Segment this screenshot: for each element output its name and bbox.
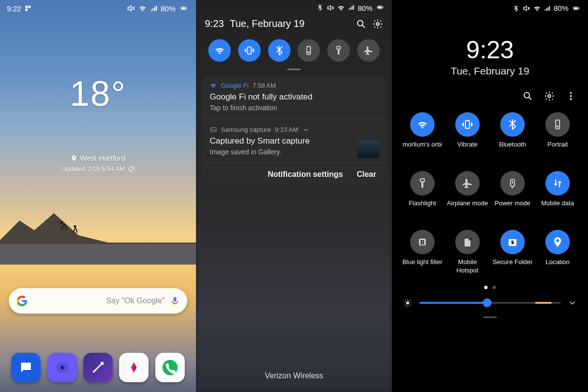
- notification-settings-button[interactable]: Notification settings: [268, 170, 343, 179]
- portrait-icon: [552, 119, 564, 130]
- vibrate-toggle[interactable]: [455, 112, 480, 137]
- tile-hotspot[interactable]: Mobile Hotspot: [447, 230, 488, 275]
- tile-label: Mobile data: [541, 199, 574, 216]
- bluelight-icon: [416, 236, 428, 248]
- tile-vibrate[interactable]: Vibrate: [447, 112, 488, 157]
- quick-toggle-row: [196, 36, 392, 69]
- flashlight-icon: [333, 45, 344, 56]
- power-icon: [507, 177, 518, 189]
- signal-icon: [348, 4, 355, 11]
- clear-button[interactable]: Clear: [357, 170, 376, 179]
- qs-wifi[interactable]: [208, 39, 231, 62]
- tile-airplane[interactable]: Airplane mode: [447, 171, 488, 216]
- header-time: 9:23: [205, 18, 224, 29]
- notif-title: Captured by Smart capture: [210, 136, 378, 146]
- bluetooth-toggle[interactable]: [500, 112, 525, 137]
- bluelight-toggle[interactable]: [410, 230, 435, 254]
- more-icon[interactable]: [565, 91, 576, 101]
- location-icon: [552, 236, 564, 248]
- wifi-icon: [138, 4, 147, 13]
- app-name: Samsung capture: [221, 126, 271, 133]
- page-dot-1: [484, 286, 488, 289]
- qs-rotation[interactable]: [297, 39, 320, 62]
- tile-label: Secure Folder: [492, 258, 533, 275]
- tile-secure[interactable]: Secure Folder: [492, 230, 533, 275]
- airplane-icon: [462, 177, 473, 189]
- app-galaxy[interactable]: [83, 353, 113, 382]
- portrait-toggle[interactable]: [545, 112, 570, 137]
- airplane-toggle[interactable]: [455, 171, 480, 196]
- tile-label: Portrait: [547, 141, 568, 157]
- location-name: West Hartford: [80, 154, 125, 162]
- mute-icon: [326, 4, 334, 12]
- app-messages[interactable]: [11, 353, 41, 382]
- svg-rect-22: [28, 6, 31, 8]
- qs-bluetooth[interactable]: [268, 39, 291, 62]
- page-indicator[interactable]: [392, 286, 588, 289]
- tile-mobiledata[interactable]: Mobile data: [537, 171, 578, 216]
- flashlight-toggle[interactable]: [410, 171, 435, 196]
- search-icon[interactable]: [522, 91, 533, 101]
- qs-tile-grid: morlium's orbi Vibrate Bluetooth Portrai…: [392, 104, 588, 279]
- qs-flashlight[interactable]: [327, 39, 350, 62]
- app-browser[interactable]: [48, 353, 77, 382]
- flashlight-icon: [416, 177, 428, 189]
- wifi-toggle[interactable]: [410, 112, 435, 137]
- brightness-slider[interactable]: [419, 302, 561, 304]
- gear-icon[interactable]: [544, 91, 555, 101]
- signal-icon: [544, 5, 551, 12]
- battery-pct: 80%: [358, 4, 372, 12]
- google-search-bar[interactable]: Say "Ok Google": [9, 288, 187, 314]
- secure-toggle[interactable]: [500, 230, 525, 254]
- mic-icon[interactable]: [170, 295, 180, 306]
- tile-location[interactable]: Location: [537, 230, 578, 275]
- battery-icon: [178, 5, 189, 12]
- tile-flashlight[interactable]: Flashlight: [402, 171, 443, 216]
- qs-vibrate[interactable]: [238, 39, 261, 62]
- chevron-down-icon[interactable]: [302, 126, 309, 133]
- tile-bluetooth[interactable]: Bluetooth: [492, 112, 533, 157]
- battery-icon: [375, 4, 385, 11]
- svg-point-24: [61, 221, 63, 224]
- clock: 9:22: [7, 4, 21, 13]
- carrier-label: Verizon Wireless: [196, 371, 392, 380]
- tile-power[interactable]: Power mode: [492, 171, 533, 216]
- weather-widget[interactable]: 18° West Hartford Updated 2/19 5:54 AM: [0, 74, 196, 172]
- tile-label: Airplane mode: [447, 199, 488, 216]
- tile-wifi[interactable]: morlium's orbi: [402, 112, 443, 157]
- tile-portrait[interactable]: Portrait: [537, 112, 578, 157]
- google-logo-icon: [16, 294, 28, 307]
- notif-body: Image saved in Gallery.: [210, 148, 378, 156]
- app-phone[interactable]: [155, 353, 185, 382]
- vibrate-icon: [244, 45, 255, 56]
- app-store[interactable]: [119, 353, 148, 382]
- notification-0[interactable]: Google Fi 7:58 AM Google Fi not fully ac…: [202, 75, 386, 119]
- tile-label: Bluetooth: [499, 141, 526, 157]
- mute-icon: [126, 4, 135, 13]
- notification-1[interactable]: Samsung capture 9:23 AM Captured by Smar…: [202, 119, 386, 163]
- status-bar: 80%: [196, 0, 392, 14]
- tile-bluelight[interactable]: Blue light filter: [402, 230, 443, 275]
- gear-icon[interactable]: [372, 19, 383, 29]
- drag-handle[interactable]: [483, 317, 497, 318]
- chevron-down-icon[interactable]: [567, 298, 577, 308]
- power-toggle[interactable]: [500, 171, 525, 196]
- qs-airplane[interactable]: [357, 39, 380, 62]
- mobiledata-toggle[interactable]: [545, 171, 570, 196]
- refresh-icon[interactable]: [128, 166, 135, 172]
- notif-time: 9:23 AM: [275, 126, 298, 133]
- lock-clock: 9:23 Tue, February 19: [392, 36, 588, 77]
- signal-icon: [150, 4, 158, 12]
- status-bar: 9:22 80%: [0, 0, 196, 15]
- location-toggle[interactable]: [545, 230, 570, 254]
- drag-handle[interactable]: [287, 69, 301, 70]
- tile-label: Flashlight: [409, 199, 436, 216]
- battery-pct: 80%: [161, 4, 175, 13]
- mobiledata-icon: [552, 177, 564, 189]
- search-icon[interactable]: [356, 19, 367, 29]
- wifi-icon: [214, 45, 225, 56]
- app-dock: [0, 353, 196, 382]
- hotspot-toggle[interactable]: [455, 230, 480, 254]
- temperature: 18°: [0, 74, 196, 114]
- big-time: 9:23: [392, 36, 588, 64]
